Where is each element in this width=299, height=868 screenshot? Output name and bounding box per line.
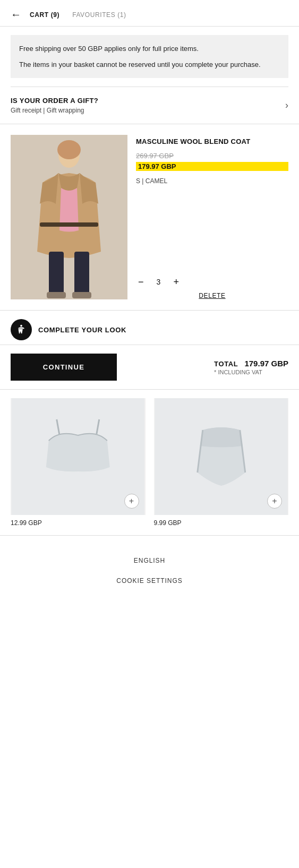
cookie-settings-link[interactable]: COOKIE SETTINGS <box>116 577 182 585</box>
continue-button[interactable]: CONTINUE <box>11 354 117 381</box>
product-variant: S | CAMEL <box>136 177 288 185</box>
total-vat: * INCLUDING VAT <box>214 369 262 375</box>
thumbnail-plus-1[interactable]: + <box>124 494 139 509</box>
gift-title: IS YOUR ORDER A GIFT? <box>11 97 98 105</box>
back-button[interactable]: ← <box>11 8 21 21</box>
delete-button[interactable]: DELETE <box>136 292 288 299</box>
gift-section[interactable]: IS YOUR ORDER A GIFT? Gift receipt | Gif… <box>0 87 299 124</box>
product-name: MASCULINE WOOL BLEND COAT <box>136 137 288 147</box>
quantity-decrease-button[interactable]: − <box>136 277 146 287</box>
svg-point-8 <box>20 325 22 327</box>
tab-favourites[interactable]: FAVOURITES (1) <box>72 11 126 19</box>
quantity-value: 3 <box>153 278 164 286</box>
header: ← CART (9) FAVOURITES (1) <box>0 0 299 27</box>
product-image <box>11 135 127 299</box>
thumbnail-image-1: + <box>11 398 146 515</box>
gift-subtitle: Gift receipt | Gift wrapping <box>11 107 98 114</box>
complete-look-title: COMPLETE YOUR LOOK <box>38 326 126 334</box>
thumbnail-image-2: + <box>154 398 289 515</box>
svg-rect-3 <box>40 222 98 227</box>
product-price-original: 269.97 GBP <box>136 152 288 160</box>
total-label: TOTAL <box>214 360 238 368</box>
thumbnail-price-1: 12.99 GBP <box>11 519 146 527</box>
svg-rect-6 <box>47 292 66 298</box>
tab-cart[interactable]: CART (9) <box>30 11 59 19</box>
svg-rect-5 <box>74 252 89 294</box>
footer: ENGLISH COOKIE SETTINGS <box>0 536 299 595</box>
complete-look-section: COMPLETE YOUR LOOK <box>0 311 299 345</box>
quantity-increase-button[interactable]: + <box>172 277 182 287</box>
info-box: Free shipping over 50 GBP applies only f… <box>11 35 288 78</box>
product-size: S <box>136 177 140 185</box>
svg-rect-7 <box>72 292 91 298</box>
header-tabs: CART (9) FAVOURITES (1) <box>30 11 126 19</box>
product-color: CAMEL <box>146 177 167 185</box>
product-section: MASCULINE WOOL BLEND COAT 269.97 GBP 179… <box>0 124 299 311</box>
thumbnail-item-2: + 9.99 GBP <box>154 398 289 527</box>
language-selector[interactable]: ENGLISH <box>134 557 165 564</box>
accessibility-icon <box>11 319 32 340</box>
product-quantity: − 3 + <box>136 277 288 287</box>
product-details: MASCULINE WOOL BLEND COAT 269.97 GBP 179… <box>136 135 288 299</box>
info-line-1: Free shipping over 50 GBP applies only f… <box>19 44 280 54</box>
thumbnails-section: + 12.99 GBP + 9.99 GBP <box>0 390 299 536</box>
info-line-2: The items in your basket cannot be reser… <box>19 59 280 70</box>
thumbnail-price-2: 9.99 GBP <box>154 519 289 527</box>
total-row: TOTAL 179.97 GBP <box>214 359 288 368</box>
svg-point-2 <box>57 140 81 159</box>
total-block: TOTAL 179.97 GBP * INCLUDING VAT <box>214 359 288 375</box>
thumbnail-plus-2[interactable]: + <box>267 494 282 509</box>
chevron-right-icon: › <box>285 100 288 111</box>
gift-text: IS YOUR ORDER A GIFT? Gift receipt | Gif… <box>11 97 98 114</box>
action-bar: CONTINUE TOTAL 179.97 GBP * INCLUDING VA… <box>0 345 299 390</box>
total-amount: 179.97 GBP <box>244 359 288 368</box>
thumbnail-item-1: + 12.99 GBP <box>11 398 146 527</box>
svg-rect-4 <box>49 252 64 294</box>
product-price-sale: 179.97 GBP <box>136 162 288 171</box>
